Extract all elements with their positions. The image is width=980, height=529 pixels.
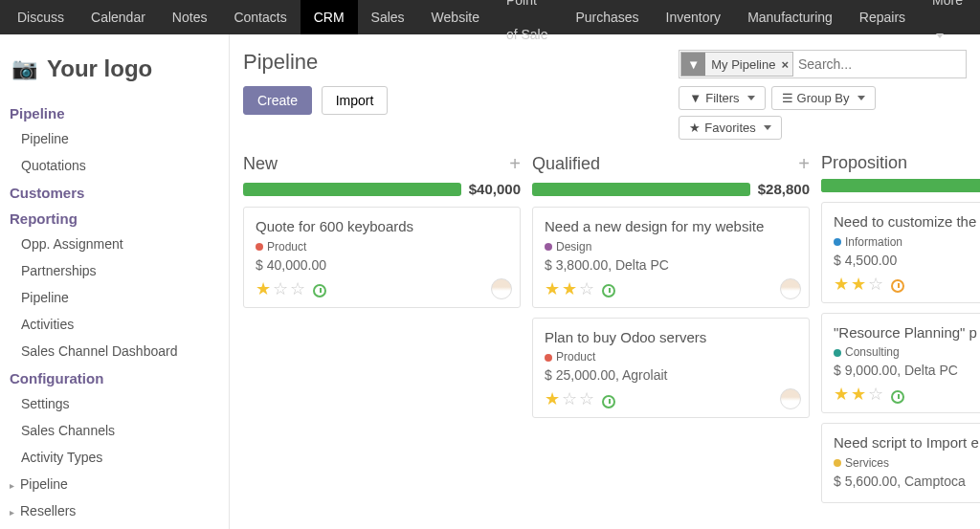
content: Pipeline Create Import ▼ My Pipeline × ▼… [230, 34, 980, 529]
priority-stars[interactable]: ★★☆ [545, 279, 596, 298]
activity-clock-icon[interactable] [891, 279, 904, 293]
sidebar-section-pipeline: Pipeline [0, 99, 229, 125]
favorites-label: Favorites [704, 121, 755, 135]
nav-manufacturing[interactable]: Manufacturing [734, 0, 846, 34]
column-title: Qualified [532, 154, 600, 174]
chevron-down-icon [858, 96, 865, 100]
card-tag: Services [834, 456, 980, 470]
card-title: Need to customize the [834, 212, 980, 231]
kanban-card[interactable]: Need a new design for my website Design … [532, 207, 810, 308]
kanban-card[interactable]: Need script to Import e Services $ 5,600… [821, 423, 980, 503]
priority-stars[interactable]: ★☆☆ [256, 279, 307, 298]
nav-more-label: More [932, 0, 963, 8]
kanban-card[interactable]: Quote for 600 keyboards Product $ 40,000… [243, 207, 521, 308]
sidebar-item-sales-channel-dashboard[interactable]: Sales Channel Dashboard [0, 338, 229, 364]
logo: 📷 Your logo [0, 34, 229, 99]
card-amount: $ 25,000.00, Agrolait [545, 367, 797, 383]
kanban-card[interactable]: Plan to buy Odoo servers Product $ 25,00… [532, 318, 810, 419]
add-card-button[interactable]: + [798, 153, 810, 175]
nav-contacts[interactable]: Contacts [220, 0, 300, 34]
favorites-button[interactable]: ★Favorites [679, 116, 781, 140]
groupby-button[interactable]: ☰Group By [771, 86, 876, 110]
card-tag: Information [834, 235, 980, 249]
sidebar-item-pipeline-report[interactable]: Pipeline [0, 284, 229, 311]
avatar[interactable] [780, 278, 801, 299]
activity-clock-icon[interactable] [313, 284, 326, 298]
groupby-label: Group By [797, 91, 850, 105]
search-input[interactable] [794, 52, 966, 77]
activity-clock-icon[interactable] [602, 284, 615, 298]
activity-clock-icon[interactable] [602, 395, 615, 408]
nav-discuss[interactable]: Discuss [4, 0, 78, 34]
sidebar-item-pipeline-config[interactable]: Pipeline [0, 471, 229, 497]
kanban-card[interactable]: Need to customize the Information $ 4,50… [821, 202, 980, 303]
create-button[interactable]: Create [243, 86, 312, 115]
avatar[interactable] [780, 388, 801, 409]
import-button[interactable]: Import [322, 86, 389, 115]
card-amount: $ 40,000.00 [256, 257, 508, 273]
sidebar-item-activities[interactable]: Activities [0, 311, 229, 338]
control-bar: Pipeline Create Import ▼ My Pipeline × ▼… [230, 34, 980, 149]
column-progress [243, 183, 461, 196]
tag-dot-icon [834, 238, 841, 246]
card-title: "Resource Planning" p development [834, 323, 980, 342]
sidebar-item-pipeline[interactable]: Pipeline [0, 125, 229, 152]
card-tag: Consulting [834, 345, 980, 359]
nav-purchases[interactable]: Purchases [562, 0, 652, 34]
sidebar-item-resellers[interactable]: Resellers [0, 497, 229, 524]
sidebar-section-customers[interactable]: Customers [0, 179, 229, 205]
activity-clock-icon[interactable] [891, 390, 904, 404]
nav-inventory[interactable]: Inventory [653, 0, 735, 34]
tag-dot-icon [545, 354, 552, 362]
column-progress [821, 179, 980, 192]
column-title: New [243, 154, 278, 174]
card-title: Plan to buy Odoo servers [545, 328, 797, 347]
chevron-down-icon [764, 125, 771, 130]
search-bar[interactable]: ▼ My Pipeline × [679, 50, 967, 78]
tag-dot-icon [834, 349, 841, 357]
nav-notes[interactable]: Notes [159, 0, 221, 34]
nav-crm[interactable]: CRM [301, 0, 358, 34]
nav-sales[interactable]: Sales [358, 0, 418, 34]
sidebar-item-partnerships[interactable]: Partnerships [0, 257, 229, 284]
kanban-card[interactable]: "Resource Planning" p development Consul… [821, 313, 980, 414]
close-icon[interactable]: × [781, 57, 789, 72]
list-icon: ☰ [782, 91, 793, 105]
kanban-column-qualified: Qualified + $28,800 Need a new design fo… [532, 153, 810, 513]
sidebar-item-settings[interactable]: Settings [0, 390, 229, 417]
filters-label: Filters [705, 91, 739, 105]
card-title: Need script to Import e [834, 433, 980, 452]
top-nav: Discuss Calendar Notes Contacts CRM Sale… [0, 0, 980, 34]
column-title: Proposition [821, 153, 907, 173]
tag-dot-icon [256, 243, 263, 251]
card-amount: $ 4,500.00 [834, 253, 980, 268]
filters-button[interactable]: ▼Filters [679, 86, 765, 110]
sidebar-item-activity-types[interactable]: Activity Types [0, 444, 229, 471]
add-card-button[interactable]: + [509, 153, 521, 175]
tag-dot-icon [545, 243, 552, 251]
sidebar-item-quotations[interactable]: Quotations [0, 152, 229, 179]
priority-stars[interactable]: ★★☆ [834, 275, 885, 294]
tag-dot-icon [834, 459, 841, 467]
priority-stars[interactable]: ★☆☆ [545, 389, 596, 408]
search-facet[interactable]: ▼ My Pipeline × [680, 52, 793, 77]
sidebar-item-sales-channels[interactable]: Sales Channels [0, 417, 229, 444]
nav-website[interactable]: Website [418, 0, 493, 34]
kanban-board: New + $40,000 Quote for 600 keyboards Pr… [230, 149, 980, 513]
search-facet-label: My Pipeline [711, 57, 775, 72]
card-title: Need a new design for my website [545, 217, 797, 236]
camera-icon: 📷 [11, 56, 37, 81]
sidebar-item-opp-assignment[interactable]: Opp. Assignment [0, 231, 229, 257]
sidebar: 📷 Your logo Pipeline Pipeline Quotations… [0, 34, 230, 529]
card-tag: Product [256, 240, 508, 253]
column-total: $28,800 [758, 181, 810, 197]
priority-stars[interactable]: ★★☆ [834, 385, 885, 404]
nav-repairs[interactable]: Repairs [846, 0, 919, 34]
card-amount: $ 9,000.00, Delta PC [834, 363, 980, 378]
card-amount: $ 3,800.00, Delta PC [545, 257, 797, 273]
avatar[interactable] [491, 278, 512, 299]
nav-calendar[interactable]: Calendar [78, 0, 159, 34]
column-total: $40,000 [469, 181, 521, 197]
sidebar-section-configuration: Configuration [0, 364, 229, 390]
funnel-icon: ▼ [689, 91, 702, 105]
